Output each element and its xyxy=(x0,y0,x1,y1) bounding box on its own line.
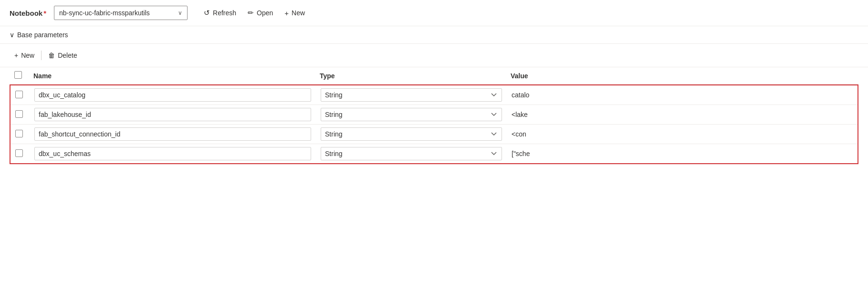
base-params-label: Base parameters xyxy=(17,31,68,39)
param-value-1: <lake xyxy=(512,111,528,118)
section-toolbar: + New 🗑 Delete xyxy=(0,44,868,67)
param-type-select-0[interactable]: StringIntegerBooleanFloat xyxy=(321,88,502,102)
table-row: StringIntegerBooleanFloatcatalo xyxy=(10,85,858,105)
value-column-header: Value xyxy=(506,67,858,84)
row-checkbox-2[interactable] xyxy=(15,130,23,137)
row-checkbox-1[interactable] xyxy=(15,110,23,118)
toolbar-actions: ↺ Refresh ✏ Open + New xyxy=(199,6,310,20)
new-button-section[interactable]: + New xyxy=(10,49,39,62)
new-button-top[interactable]: + New xyxy=(280,6,310,20)
notebook-label-text: Notebook xyxy=(10,9,42,17)
param-type-select-2[interactable]: StringIntegerBooleanFloat xyxy=(321,127,502,141)
new-label-top: New xyxy=(292,9,305,17)
table-container: Name Type Value StringIntegerBooleanFloa… xyxy=(0,67,868,164)
param-value-0: catalo xyxy=(512,91,529,99)
trash-icon: 🗑 xyxy=(48,52,55,59)
row-checkbox-0[interactable] xyxy=(15,91,23,98)
open-label: Open xyxy=(257,9,273,17)
param-name-input-0[interactable] xyxy=(34,88,311,102)
inner-params-table: StringIntegerBooleanFloatcataloStringInt… xyxy=(10,85,858,163)
params-table: Name Type Value StringIntegerBooleanFloa… xyxy=(10,67,858,164)
table-row: StringIntegerBooleanFloat["sche xyxy=(10,144,858,164)
param-name-input-2[interactable] xyxy=(34,127,311,141)
plus-icon-section: + xyxy=(14,52,18,59)
type-column-header: Type xyxy=(315,67,506,84)
table-row: StringIntegerBooleanFloat<con xyxy=(10,125,858,144)
open-icon: ✏ xyxy=(248,9,254,17)
table-row: StringIntegerBooleanFloat<lake xyxy=(10,105,858,125)
header-checkbox[interactable] xyxy=(14,71,22,79)
top-bar: Notebook* nb-sync-uc-fabric-mssparkutils… xyxy=(0,0,868,26)
toolbar-divider xyxy=(41,51,42,60)
param-name-input-1[interactable] xyxy=(34,108,311,121)
new-label-section: New xyxy=(21,52,34,59)
highlighted-rows-wrapper: StringIntegerBooleanFloatcataloStringInt… xyxy=(10,84,858,164)
refresh-button[interactable]: ↺ Refresh xyxy=(199,6,241,20)
base-params-toggle[interactable]: ∨ Base parameters xyxy=(10,31,858,39)
refresh-icon: ↺ xyxy=(204,9,210,17)
param-name-input-3[interactable] xyxy=(34,147,311,160)
param-value-2: <con xyxy=(512,130,526,138)
row-checkbox-3[interactable] xyxy=(15,149,23,157)
table-header-row: Name Type Value xyxy=(10,67,858,84)
expand-icon: ∨ xyxy=(10,31,14,39)
notebook-label: Notebook* xyxy=(10,9,46,17)
param-value-3: ["sche xyxy=(512,150,530,157)
delete-button[interactable]: 🗑 Delete xyxy=(43,49,82,62)
open-button[interactable]: ✏ Open xyxy=(243,6,278,20)
name-column-header: Name xyxy=(29,67,315,84)
plus-icon-top: + xyxy=(284,9,289,17)
refresh-label: Refresh xyxy=(213,9,236,17)
notebook-dropdown-value: nb-sync-uc-fabric-mssparkutils xyxy=(59,9,150,17)
notebook-dropdown[interactable]: nb-sync-uc-fabric-mssparkutils ∨ xyxy=(54,6,188,20)
highlighted-rows-container: StringIntegerBooleanFloatcataloStringInt… xyxy=(10,84,858,165)
delete-label: Delete xyxy=(58,52,77,59)
param-type-select-3[interactable]: StringIntegerBooleanFloat xyxy=(321,147,502,160)
base-params-section: ∨ Base parameters xyxy=(0,26,868,44)
header-checkbox-cell xyxy=(10,67,29,84)
chevron-down-icon: ∨ xyxy=(178,10,182,16)
param-type-select-1[interactable]: StringIntegerBooleanFloat xyxy=(321,108,502,121)
required-star: * xyxy=(43,9,46,17)
